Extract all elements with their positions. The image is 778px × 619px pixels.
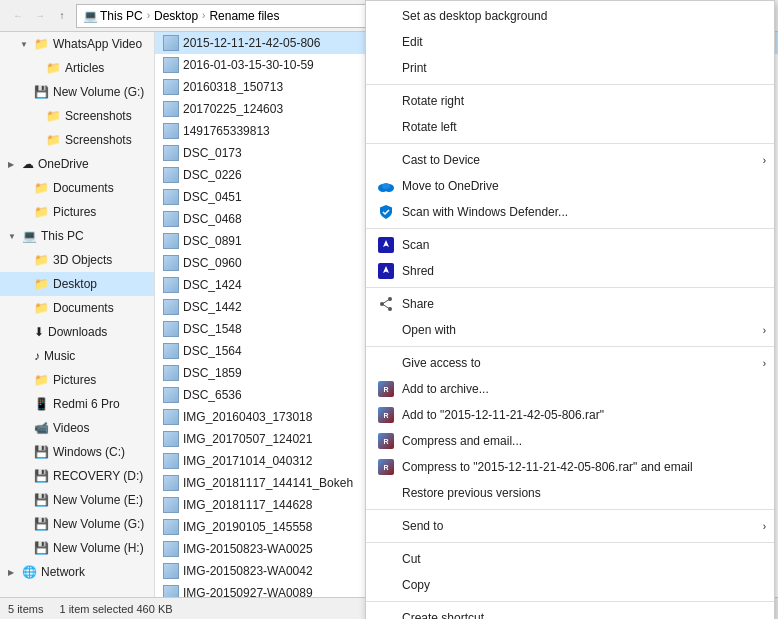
context-menu-item-copy[interactable]: Copy <box>366 572 774 598</box>
sidebar-item-network[interactable]: ▶🌐Network <box>0 560 154 584</box>
context-menu-label: Cut <box>402 552 762 566</box>
file-thumbnail <box>163 233 179 249</box>
forward-button[interactable]: → <box>30 6 50 26</box>
context-menu-separator <box>366 601 774 602</box>
sidebar-item-redmi-6-pro[interactable]: 📱Redmi 6 Pro <box>0 392 154 416</box>
context-menu-item-open-with[interactable]: Open with› <box>366 317 774 343</box>
file-name: DSC_0173 <box>183 146 242 160</box>
context-menu-separator <box>366 143 774 144</box>
context-menu-label: Add to "2015-12-11-21-42-05-806.rar" <box>402 408 762 422</box>
context-menu-item-set-as-desktop-background[interactable]: Set as desktop background <box>366 3 774 29</box>
rar-icon: R <box>378 381 394 397</box>
context-menu-item-scan[interactable]: Scan <box>366 232 774 258</box>
sidebar-icon: 📱 <box>34 397 49 411</box>
sidebar-item-desktop[interactable]: 📁Desktop <box>0 272 154 296</box>
context-menu-item-add-to-archive[interactable]: RAdd to archive... <box>366 376 774 402</box>
file-name: DSC_1548 <box>183 322 242 336</box>
sidebar-item-screenshots[interactable]: 📁Screenshots <box>0 128 154 152</box>
sidebar-label: New Volume (E:) <box>53 493 143 507</box>
context-menu-item-print[interactable]: Print <box>366 55 774 81</box>
sidebar-icon: 📁 <box>46 109 61 123</box>
context-menu-item-compress-and-email[interactable]: RCompress and email... <box>366 428 774 454</box>
sidebar-label: OneDrive <box>38 157 89 171</box>
breadcrumb-desktop: Desktop <box>154 9 198 23</box>
file-name: DSC_0451 <box>183 190 242 204</box>
svg-line-9 <box>382 304 390 309</box>
menu-icon <box>378 355 394 371</box>
sidebar-item-new-volume-g[interactable]: 💾New Volume (G:) <box>0 512 154 536</box>
menu-icon <box>378 8 394 24</box>
sidebar-item-recovery-d[interactable]: 💾RECOVERY (D:) <box>0 464 154 488</box>
context-menu-label: Create shortcut <box>402 611 762 619</box>
file-name: DSC_1424 <box>183 278 242 292</box>
context-menu-item-compress-to-2015-12-11-21-42-0[interactable]: RCompress to "2015-12-11-21-42-05-806.ra… <box>366 454 774 480</box>
context-menu-item-share[interactable]: Share <box>366 291 774 317</box>
up-button[interactable]: ↑ <box>52 6 72 26</box>
context-menu-item-edit[interactable]: Edit <box>366 29 774 55</box>
menu-icon <box>378 577 394 593</box>
file-name: 1491765339813 <box>183 124 270 138</box>
sidebar-item-3d-objects[interactable]: 📁3D Objects <box>0 248 154 272</box>
context-menu-label: Edit <box>402 35 762 49</box>
context-menu-item-send-to[interactable]: Send to› <box>366 513 774 539</box>
sidebar-item-documents[interactable]: 📁Documents <box>0 176 154 200</box>
sidebar-label: Articles <box>65 61 104 75</box>
sidebar-item-music[interactable]: ♪Music <box>0 344 154 368</box>
sidebar-label: Redmi 6 Pro <box>53 397 120 411</box>
file-thumbnail <box>163 189 179 205</box>
sidebar-item-downloads[interactable]: ⬇Downloads <box>0 320 154 344</box>
context-menu-label: Cast to Device <box>402 153 762 167</box>
context-menu-label: Move to OneDrive <box>402 179 762 193</box>
file-name: DSC_1564 <box>183 344 242 358</box>
sidebar-item-videos[interactable]: 📹Videos <box>0 416 154 440</box>
sidebar-icon: ☁ <box>22 157 34 171</box>
context-menu-item-create-shortcut[interactable]: Create shortcut <box>366 605 774 619</box>
sidebar-item-new-volume-e[interactable]: 💾New Volume (E:) <box>0 488 154 512</box>
back-button[interactable]: ← <box>8 6 28 26</box>
context-menu-separator <box>366 228 774 229</box>
file-name: IMG_20160403_173018 <box>183 410 312 424</box>
sidebar-item-pictures[interactable]: 📁Pictures <box>0 200 154 224</box>
sidebar-item-screenshots[interactable]: 📁Screenshots <box>0 104 154 128</box>
file-thumbnail <box>163 255 179 271</box>
context-menu-item-add-to-2015-12-11-21-42-05-806[interactable]: RAdd to "2015-12-11-21-42-05-806.rar" <box>366 402 774 428</box>
malwarebytes-icon <box>378 263 394 279</box>
file-name: 20160318_150713 <box>183 80 283 94</box>
sidebar-item-onedrive[interactable]: ▶☁OneDrive <box>0 152 154 176</box>
context-menu-label: Compress and email... <box>402 434 762 448</box>
file-thumbnail <box>163 101 179 117</box>
context-menu-label: Open with <box>402 323 762 337</box>
context-menu-item-rotate-right[interactable]: Rotate right <box>366 88 774 114</box>
file-name: IMG_20181117_144628 <box>183 498 312 512</box>
context-menu-label: Give access to <box>402 356 762 370</box>
context-menu-separator <box>366 542 774 543</box>
context-menu-item-scan-with-windows-defender[interactable]: Scan with Windows Defender... <box>366 199 774 225</box>
sidebar-icon: 💾 <box>34 469 49 483</box>
expand-arrow: ▼ <box>20 40 30 49</box>
context-menu-label: Scan <box>402 238 762 252</box>
sidebar-label: WhatsApp Video <box>53 37 142 51</box>
context-menu-item-move-to-onedrive[interactable]: Move to OneDrive <box>366 173 774 199</box>
sidebar-item-new-volume-g[interactable]: 💾New Volume (G:) <box>0 80 154 104</box>
sidebar-label: 3D Objects <box>53 253 112 267</box>
sidebar-item-this-pc[interactable]: ▼💻This PC <box>0 224 154 248</box>
sidebar-item-whatsapp-video[interactable]: ▼📁WhatsApp Video <box>0 32 154 56</box>
context-menu-item-give-access-to[interactable]: Give access to› <box>366 350 774 376</box>
sidebar-item-documents[interactable]: 📁Documents <box>0 296 154 320</box>
sidebar-label: This PC <box>41 229 84 243</box>
sidebar-label: Network <box>41 565 85 579</box>
context-menu-item-shred[interactable]: Shred <box>366 258 774 284</box>
context-menu-label: Compress to "2015-12-11-21-42-05-806.rar… <box>402 460 762 474</box>
file-thumbnail <box>163 541 179 557</box>
context-menu-item-cut[interactable]: Cut <box>366 546 774 572</box>
sidebar-icon: 💻 <box>22 229 37 243</box>
explorer-window: ← → ↑ 💻 This PC › Desktop › Rename files… <box>0 0 778 619</box>
context-menu-item-cast-to-device[interactable]: Cast to Device› <box>366 147 774 173</box>
context-menu-item-rotate-left[interactable]: Rotate left <box>366 114 774 140</box>
sidebar-item-pictures[interactable]: 📁Pictures <box>0 368 154 392</box>
context-menu-item-restore-previous-versions[interactable]: Restore previous versions <box>366 480 774 506</box>
sidebar-item-articles[interactable]: 📁Articles <box>0 56 154 80</box>
sidebar-item-new-volume-h[interactable]: 💾New Volume (H:) <box>0 536 154 560</box>
sidebar-item-windows-c[interactable]: 💾Windows (C:) <box>0 440 154 464</box>
sidebar-icon: 📁 <box>34 181 49 195</box>
